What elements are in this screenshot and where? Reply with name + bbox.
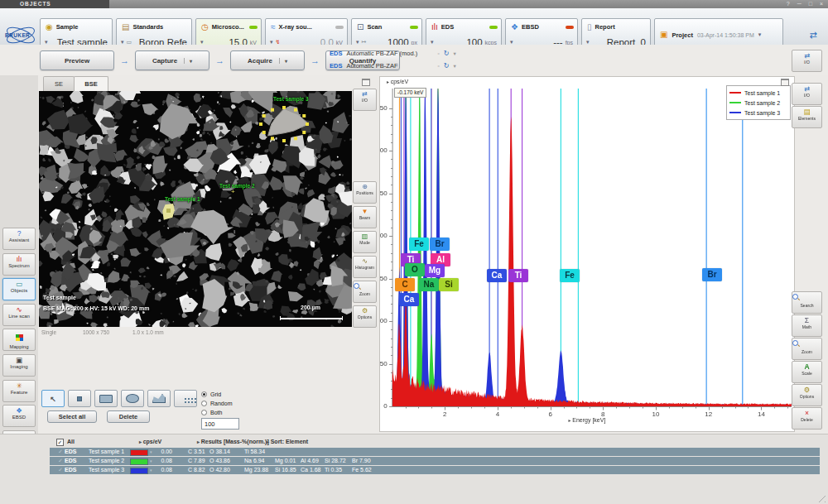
radio-both[interactable]: Both <box>201 409 222 416</box>
elements-button[interactable]: ▤Elements <box>792 106 822 128</box>
cursor-tool-button[interactable]: ↖ <box>41 390 65 407</box>
sidebar-item-imaging[interactable]: ▣Imaging <box>2 354 36 377</box>
row-results: C 7.89O 43.86Na 6.94Mg 0.01Al 4.69Si 28.… <box>188 457 385 465</box>
minimize-button[interactable]: ─ <box>797 0 802 8</box>
ellipse-tool-button[interactable] <box>121 390 144 407</box>
acquire-button[interactable]: Acquire▾ <box>230 50 305 70</box>
image-status-mode: Single <box>41 329 56 335</box>
sem-image[interactable] <box>39 91 352 327</box>
workspace-io-button[interactable]: ⇄ I/O <box>792 50 822 72</box>
mode-button[interactable]: ▥Mode <box>353 231 377 253</box>
result-br: Br 7.90 <box>352 457 385 465</box>
delete-button[interactable]: ×Delete <box>792 407 822 430</box>
element-badge-br[interactable]: Br <box>702 268 722 281</box>
button-label: Mode <box>354 240 375 245</box>
preview-button[interactable]: Preview <box>40 50 114 70</box>
point-tool-button[interactable] <box>68 390 91 407</box>
positions-icon: ⊕ <box>354 182 376 190</box>
element-badge-ca[interactable]: Ca <box>487 269 507 282</box>
zoom-button[interactable]: Zoom <box>792 338 822 360</box>
column-sort[interactable]: ▸ Sort: Element <box>267 439 308 444</box>
radio-random[interactable]: Random <box>201 400 232 407</box>
scale-button[interactable]: AScale <box>792 361 822 383</box>
element-badge-ca[interactable]: Ca <box>399 293 419 306</box>
column-cps[interactable]: ▸ cps/eV <box>139 439 161 444</box>
sidebar-item-mapping[interactable]: Mapping <box>2 329 36 351</box>
element-badge-mg[interactable]: Mg <box>425 264 445 277</box>
positions-button[interactable]: ⊕Positions <box>353 181 377 204</box>
sidebar-item-line-scan[interactable]: ∿Line scan <box>2 304 36 326</box>
cursor-icon: ↖ <box>50 395 56 403</box>
chevron-down-icon[interactable]: ▾ <box>279 58 287 64</box>
button-label: Positions <box>354 190 375 195</box>
method-refresh-icon[interactable]: ↻ <box>444 62 450 70</box>
options-button[interactable]: ⚙Options <box>792 384 822 406</box>
x-axis-title[interactable]: ▸ Energy [keV] <box>380 417 794 423</box>
row-check-icon: ✓ <box>58 466 63 474</box>
table-row-test-sample-2[interactable]: ✓EDSTest sample 2▾0.08C 7.89O 43.86Na 6.… <box>50 457 820 465</box>
element-badge-fe[interactable]: Fe <box>409 238 429 251</box>
chevron-down-icon[interactable]: ▾ <box>453 63 455 70</box>
results-table-zone: ✓ All ▸ cps/eV ▸ Results [Mass-%(norm.)]… <box>0 434 828 504</box>
method-refresh-icon[interactable]: ↻ <box>444 50 450 57</box>
zoom-button[interactable]: Zoom <box>353 281 377 303</box>
capture-button[interactable]: Capture▾ <box>135 50 209 70</box>
table-row-test-sample-3[interactable]: ✓EDSTest sample 3▾0.08C 8.82O 42.80Mg 23… <box>50 466 820 474</box>
element-badge-ti[interactable]: Ti <box>508 269 528 282</box>
row-color-swatch <box>130 449 148 456</box>
sidebar-item-label: Feature <box>3 390 35 396</box>
chevron-down-icon[interactable]: ▾ <box>453 50 455 57</box>
element-badge-na[interactable]: Na <box>419 278 439 291</box>
legend-entry-test-sample-2: Test sample 2 <box>729 98 787 108</box>
math-button[interactable]: ΣMath <box>792 314 822 337</box>
chevron-down-icon[interactable]: ▾ <box>184 58 192 64</box>
y-axis-title[interactable]: ▸ cps/eV <box>387 79 408 84</box>
column-results[interactable]: ▸ Results [Mass-%(norm.)] <box>197 439 269 444</box>
object-count-input[interactable] <box>201 418 239 430</box>
histogram-button[interactable]: ∿Histogram <box>353 256 377 278</box>
toolbar-io-icon[interactable]: ⇄ <box>805 26 821 44</box>
point-grid-tool-button[interactable] <box>174 390 197 407</box>
element-badge-br[interactable]: Br <box>430 238 450 251</box>
scalebar <box>280 316 343 320</box>
delete-objects-button[interactable]: Delete <box>107 410 150 423</box>
scalebar-label: 200 µm <box>280 305 341 310</box>
element-badge-c[interactable]: C <box>395 278 415 291</box>
table-row-test-sample-1[interactable]: ✓EDSTest sample 1▾0.00C 3.51O 38.14Ti 58… <box>50 448 820 456</box>
sidebar-item-feature[interactable]: ✳Feature <box>2 380 36 402</box>
method-row-1[interactable]: EDSAutomatic PB-ZAF▫↻▾ <box>330 60 456 72</box>
tab-bse[interactable]: BSE <box>74 76 108 92</box>
select-all-checkbox[interactable]: ✓ <box>56 439 64 446</box>
method-row-0[interactable]: EDSAutomatic PB-ZAF (mod.)▫↻▾ <box>330 47 456 60</box>
spectrum-panel-maximize-icon[interactable] <box>781 79 789 86</box>
sem-image-viewport[interactable]: Test sample 3Test sample 2Test sample 1 … <box>39 91 352 327</box>
sidebar-item-spectrum[interactable]: ılıSpectrum <box>2 253 36 276</box>
button-label: Beam <box>354 215 375 220</box>
panel-title-eds: EDS <box>441 23 454 31</box>
legend-swatch <box>729 92 741 94</box>
options-button[interactable]: ⚙Options <box>353 305 377 328</box>
sidebar-item-objects[interactable]: ▭Objects <box>2 278 36 300</box>
element-badge-fe[interactable]: Fe <box>560 269 580 282</box>
sidebar-item-ebsd[interactable]: ❖EBSD <box>2 405 36 427</box>
sidebar-item-assistant[interactable]: ?Assistant <box>2 228 36 250</box>
i-o-button[interactable]: ⇄I/O <box>792 83 822 105</box>
rectangle-tool-button[interactable] <box>94 390 118 407</box>
element-badge-o[interactable]: O <box>405 263 425 276</box>
radio-grid[interactable]: Grid <box>201 391 221 398</box>
tab-se[interactable]: SE <box>43 76 75 92</box>
close-button[interactable]: × <box>820 0 823 8</box>
element-badge-si[interactable]: Si <box>439 278 459 291</box>
i-o-button[interactable]: ⇄I/O <box>353 89 377 111</box>
polygon-tool-button[interactable] <box>147 390 171 407</box>
radio-icon <box>201 410 207 415</box>
search-button[interactable]: Search <box>792 291 822 314</box>
beam-button[interactable]: ▼Beam <box>353 206 377 228</box>
chevron-down-icon[interactable]: ▾ <box>758 31 762 38</box>
restore-button[interactable]: □ <box>809 0 812 8</box>
image-panel-maximize-icon[interactable] <box>362 79 370 86</box>
rectangle-icon <box>99 395 113 403</box>
resize-grip[interactable] <box>819 496 826 502</box>
help-button[interactable]: ? <box>787 0 790 8</box>
select-all-button[interactable]: Select all <box>47 410 97 423</box>
